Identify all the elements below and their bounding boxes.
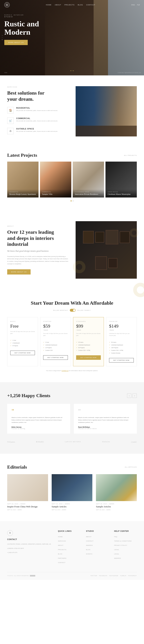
article-title-2: Sample Articles xyxy=(52,505,92,508)
footer-help-faq[interactable]: FAQ xyxy=(114,536,117,538)
pricing-title: Start Your Dream With An Affordable xyxy=(7,300,137,306)
pricing-btn-standard[interactable]: GET STARTED NOW xyxy=(76,355,101,360)
clients-next-button[interactable]: › xyxy=(132,394,137,398)
nav-logo[interactable]: R xyxy=(4,2,10,8)
nav-about[interactable]: ABOUT xyxy=(55,4,61,6)
footer: R Contact 123 PACIFIC ROAD, LONDON, GREA… xyxy=(0,521,144,580)
about-subtitle: We know that good design means good busi… xyxy=(7,250,68,252)
article-title-3: Sample Articles xyxy=(96,505,137,508)
pricing-desc-premium: Unlimited No days trial, then you can ch… xyxy=(109,333,134,338)
footer-studio-events[interactable]: EVENTS xyxy=(86,553,92,555)
client-logo-2: BrStudio xyxy=(36,441,44,443)
nav-home[interactable]: HOME xyxy=(46,4,52,6)
service-commercial: 🛒 COMMERCIAL We provide all residential,… xyxy=(7,118,68,124)
pricing-desc-standard: Free with 14 days trial then you can cho… xyxy=(76,333,101,338)
nav-lang[interactable]: ENG xyxy=(131,4,135,6)
pricing-desc-basic: Free with 30 days trial, then you can ch… xyxy=(10,331,35,336)
all-projects-link[interactable]: ALL PROJECTS xyxy=(124,154,137,156)
footer-help-privacy[interactable]: PRIVACY POLICY xyxy=(114,544,127,546)
social-in[interactable]: in xyxy=(2,39,3,40)
dot-1[interactable] xyxy=(71,200,72,202)
footer-link-services[interactable]: SERVICES xyxy=(58,540,66,542)
footer-quick-links-title: Quick Links xyxy=(58,530,81,532)
pricing-plan-premium: PREMIUM xyxy=(109,321,134,322)
service-cart-icon: 🛒 xyxy=(7,118,14,124)
nav-blog[interactable]: BLOG xyxy=(78,4,83,6)
article-tag-2: SEPT 20, 2019 — ADMIN xyxy=(52,503,92,504)
about-decoration xyxy=(73,261,85,273)
article-card-2[interactable]: SEPT 20, 2019 — ADMIN Sample Articles SE… xyxy=(52,474,92,510)
pricing-feature: Custom CSS + HTML xyxy=(109,349,134,352)
hero-studio-label: NORDIC INTERIOR xyxy=(4,14,39,16)
project-card-1[interactable]: RESIDENTIAL Brossia Heigh Luxury Apartme… xyxy=(7,162,39,198)
testimonial-author-1: Bobo Harvey xyxy=(12,426,66,428)
clients-prev-button[interactable]: ‹ xyxy=(127,394,131,398)
nav-projects[interactable]: PROJECTS xyxy=(64,4,75,6)
pricing-feature: Custom CSS xyxy=(43,349,68,352)
service-residential-title: RESIDENTIAL xyxy=(16,107,58,109)
footer-instagram[interactable]: INSTAGRAM xyxy=(109,575,118,576)
footer-twitter[interactable]: TWITTER xyxy=(90,575,97,576)
footer-link-projects[interactable]: PROJECTS xyxy=(58,549,66,550)
pricing-enterprise-link[interactable]: Contact us xyxy=(62,370,68,372)
footer-studio-contact[interactable]: CONTACT xyxy=(86,540,94,542)
pricing-period-premium: / Month xyxy=(109,329,134,331)
hero-cta-button[interactable]: MORE ABOUT US xyxy=(4,40,28,45)
article-card-1[interactable]: SEPT 20, 2019 — ADMIN Inspire From China… xyxy=(7,474,48,510)
about-right xyxy=(76,221,137,279)
pricing-feature: 10 Projects xyxy=(43,346,68,349)
service-residential-content: RESIDENTIAL We provide all residential, … xyxy=(16,107,58,112)
social-f[interactable]: f xyxy=(2,35,3,36)
footer-studio-awards[interactable]: AWARDS xyxy=(86,544,93,546)
about-label: ABOUT xyxy=(7,225,68,227)
nav-right: ENG Full xyxy=(131,4,140,6)
main-nav: R HOME ABOUT PROJECTS BLOG CONTACT ENG F… xyxy=(0,0,144,10)
toggle-knob xyxy=(73,309,75,311)
article-card-3[interactable]: SEPT 20, 2019 — ADMIN Sample Articles SE… xyxy=(96,474,137,510)
projects-pagination xyxy=(7,200,137,202)
footer-link-about[interactable]: ABOUT xyxy=(58,544,63,546)
footer-link-blog[interactable]: BLOG xyxy=(58,553,62,555)
nav-contact[interactable]: CONTACT xyxy=(86,4,95,6)
footer-help-terms[interactable]: TERMS & CONDITIONS xyxy=(114,540,131,542)
footer-address: 123 PACIFIC ROAD, LONDON, GREATER LONDON… xyxy=(7,543,53,546)
project-card-3[interactable]: SUSTAINABLE SPACE Innovation Private Res… xyxy=(73,162,104,198)
article-meta-3: SEPT 20, 2019 — ADMIN xyxy=(96,509,137,510)
footer-help-awards[interactable]: AWARDS xyxy=(114,558,121,559)
pricing-btn-premium[interactable]: GET STARTED NOW xyxy=(109,358,134,362)
footer-facebook[interactable]: FACEBOOK xyxy=(99,575,107,576)
footer-bottom: © RUSTIC - ALL RIGHTS RESERVED - ██████ … xyxy=(7,572,137,576)
editorials-header: Editorials ALL ARTICLES xyxy=(7,464,137,470)
project-tag-2: COMMERCIAL xyxy=(42,192,69,192)
footer-link-home[interactable]: HOME xyxy=(58,536,63,538)
pricing-btn-starter[interactable]: GET STARTED NOW xyxy=(43,355,68,360)
footer-link-partners[interactable]: PARTNERS xyxy=(58,558,66,559)
footer-pinterest[interactable]: PINTEREST xyxy=(128,575,137,576)
toggle-switch[interactable] xyxy=(70,309,76,312)
pricing-feature: 1 Dashboard xyxy=(10,342,35,344)
clients-nav: ‹ › xyxy=(127,394,137,398)
pricing-section: Start Your Dream With An Affordable BILL… xyxy=(0,290,144,382)
hero-social: f t in xyxy=(2,35,3,40)
testimonial-text-2: Mauris ut enim commodo. neque quam hendr… xyxy=(78,416,132,424)
social-t[interactable]: t xyxy=(2,37,3,38)
footer-help-legal2[interactable]: LEGAL xyxy=(114,553,119,555)
about-cta-button[interactable]: MORE ABOUT US xyxy=(7,269,31,274)
service-sustainable-content: SUITABLE SPACE We provide all residentia… xyxy=(16,128,58,132)
footer-tumblr[interactable]: TUMBLR xyxy=(120,575,126,576)
service-sustainable-desc: We provide all residential, patio, house… xyxy=(16,130,58,132)
footer-phone: LONDON: 0709 673 9875 xyxy=(7,547,53,550)
footer-studio-blog[interactable]: BLOG xyxy=(86,549,90,550)
hero-scroll-indicator: ⌄⌄ xyxy=(70,68,74,72)
nav-full[interactable]: Full xyxy=(137,4,140,6)
footer-link-contact[interactable]: CONTACT xyxy=(58,562,66,564)
dot-2[interactable] xyxy=(73,200,74,202)
services-left: SERVICES Best solutions for your dream. … xyxy=(7,86,68,138)
project-card-4[interactable]: URBAN DESIGN Chobham Manor Masterplan xyxy=(105,162,137,198)
footer-help-legal[interactable]: LEGAL xyxy=(114,549,119,550)
pricing-btn-basic[interactable]: GET STARTED NOW xyxy=(10,351,35,355)
service-recycle-icon: ♻ xyxy=(7,128,14,134)
footer-studio-about[interactable]: ABOUT xyxy=(86,536,91,538)
project-card-2[interactable]: COMMERCIAL Sample Villa xyxy=(40,162,71,198)
all-articles-link[interactable]: ALL ARTICLES xyxy=(125,466,137,468)
